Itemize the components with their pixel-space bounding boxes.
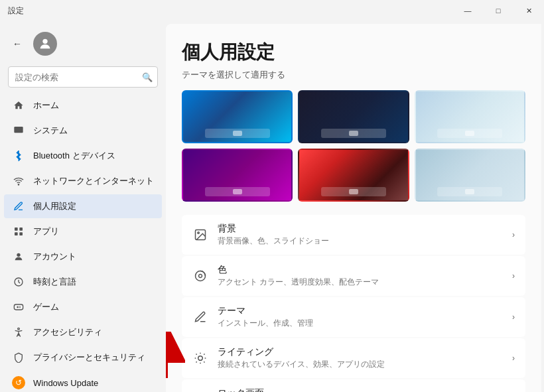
minimize-button[interactable]: — — [452, 0, 483, 21]
lighting-desc: 接続されているデバイス、効果、アプリの設定 — [218, 359, 503, 370]
svg-point-14 — [199, 275, 202, 278]
content-area: 個人用設定 テーマを選択して適用する — [166, 24, 541, 392]
close-button[interactable]: ✕ — [513, 0, 544, 21]
theme-tile-3[interactable] — [415, 90, 525, 143]
lighting-chevron: › — [512, 354, 515, 363]
svg-rect-6 — [19, 232, 23, 235]
theme-text: テーマ インストール、作成、管理 — [218, 305, 503, 329]
sidebar-item-personalization-label: 個人用設定 — [33, 200, 76, 212]
lockscreen-title: ロック画面 — [218, 387, 503, 392]
svg-point-7 — [17, 253, 20, 257]
sidebar-item-personalization[interactable]: 個人用設定 — [4, 194, 162, 218]
back-button[interactable]: ← — [8, 34, 27, 53]
avatar — [33, 32, 57, 56]
theme-tile-5[interactable] — [298, 149, 409, 202]
color-text: 色 アクセント カラー、透明度効果、配色テーマ — [218, 264, 503, 288]
titlebar-title: 設定 — [8, 5, 24, 17]
svg-point-12 — [198, 232, 200, 234]
annotation-arrow — [166, 332, 185, 385]
theme-grid — [182, 90, 525, 202]
sidebar-item-bluetooth[interactable]: Bluetooth とデバイス — [4, 144, 162, 168]
svg-point-0 — [42, 39, 47, 44]
bluetooth-icon — [12, 149, 25, 163]
page-title: 個人用設定 — [182, 40, 525, 65]
settings-row-color[interactable]: 色 アクセント カラー、透明度効果、配色テーマ › — [182, 256, 525, 296]
background-icon — [192, 227, 208, 243]
sidebar-item-time-label: 時刻と言語 — [33, 276, 76, 288]
sidebar-item-gaming[interactable]: ゲーム — [4, 295, 162, 319]
lockscreen-text: ロック画面 ロック画面の画像、アプリ、アニメーション — [218, 387, 503, 392]
home-icon — [12, 99, 25, 112]
svg-rect-3 — [15, 228, 18, 231]
sidebar-header: ← — [0, 27, 166, 66]
theme-tile-1[interactable] — [182, 90, 293, 143]
svg-point-10 — [18, 328, 20, 330]
sidebar-item-accounts[interactable]: アカウント — [4, 245, 162, 269]
sidebar-item-network-label: ネットワークとインターネット — [33, 175, 154, 187]
theme-tile-4[interactable] — [182, 149, 293, 202]
sidebar-item-home[interactable]: ホーム — [4, 94, 162, 117]
search-input[interactable] — [8, 66, 158, 88]
sidebar-item-privacy[interactable]: プライバシーとセキュリティ — [4, 346, 162, 369]
sidebar-item-apps-label: アプリ — [33, 226, 59, 237]
titlebar-controls: — □ ✕ — [452, 0, 544, 21]
windows-update-icon: ↺ — [12, 376, 25, 389]
color-icon — [192, 268, 208, 284]
background-chevron: › — [512, 230, 515, 239]
theme-row-icon — [192, 309, 208, 325]
sidebar-item-apps[interactable]: アプリ — [4, 220, 162, 243]
sidebar-item-privacy-label: プライバシーとセキュリティ — [33, 352, 145, 363]
titlebar: 設定 — □ ✕ — [0, 0, 544, 21]
time-icon — [12, 275, 25, 289]
sidebar-item-network[interactable]: ネットワークとインターネット — [4, 169, 162, 193]
main-container: ← 🔍 ホーム システム — [0, 21, 544, 392]
personalization-icon — [12, 200, 25, 213]
lighting-title: ライティング — [218, 346, 503, 358]
background-text: 背景 背景画像、色、スライドショー — [218, 223, 503, 247]
color-title: 色 — [218, 264, 503, 276]
settings-row-theme[interactable]: テーマ インストール、作成、管理 › — [182, 297, 525, 337]
sidebar-item-system[interactable]: システム — [4, 119, 162, 143]
settings-row-background[interactable]: 背景 背景画像、色、スライドショー › — [182, 215, 525, 255]
sidebar-item-accessibility[interactable]: アクセシビリティ — [4, 320, 162, 344]
theme-tile-2[interactable] — [298, 90, 409, 143]
accessibility-icon — [12, 326, 25, 339]
settings-row-lighting[interactable]: ライティング 接続されているデバイス、効果、アプリの設定 › — [182, 338, 525, 378]
background-title: 背景 — [218, 223, 503, 235]
lighting-icon — [192, 350, 208, 366]
settings-row-lockscreen[interactable]: ロック画面 ロック画面の画像、アプリ、アニメーション › — [182, 379, 525, 392]
theme-tile-6[interactable] — [415, 149, 525, 202]
theme-chevron: › — [512, 312, 515, 322]
accounts-icon — [12, 250, 25, 263]
sidebar-item-home-label: ホーム — [33, 99, 59, 111]
svg-rect-5 — [15, 232, 18, 235]
svg-point-17 — [198, 356, 203, 361]
maximize-button[interactable]: □ — [483, 0, 513, 21]
system-icon — [12, 124, 25, 137]
settings-list: 背景 背景画像、色、スライドショー › 色 アクセント カラー、透明度効果、配色… — [182, 215, 525, 392]
sidebar-item-windows-update[interactable]: ↺ Windows Update — [4, 371, 162, 392]
sidebar-item-gaming-label: ゲーム — [33, 301, 59, 313]
svg-rect-1 — [14, 127, 23, 133]
color-desc: アクセント カラー、透明度効果、配色テーマ — [218, 277, 503, 288]
svg-point-2 — [18, 184, 19, 185]
theme-desc: インストール、作成、管理 — [218, 318, 503, 329]
color-chevron: › — [512, 271, 515, 281]
apps-icon — [12, 225, 25, 238]
lighting-text: ライティング 接続されているデバイス、効果、アプリの設定 — [218, 346, 503, 370]
background-desc: 背景画像、色、スライドショー — [218, 235, 503, 247]
sidebar-item-time[interactable]: 時刻と言語 — [4, 270, 162, 294]
sidebar-item-accounts-label: アカウント — [33, 251, 76, 263]
sidebar-item-system-label: システム — [33, 125, 68, 137]
privacy-icon — [12, 351, 25, 364]
theme-title: テーマ — [218, 305, 503, 317]
gaming-icon — [12, 300, 25, 314]
sidebar-item-bluetooth-label: Bluetooth とデバイス — [33, 150, 115, 162]
network-icon — [12, 174, 25, 188]
svg-rect-4 — [19, 228, 23, 231]
sidebar-item-windows-update-label: Windows Update — [33, 378, 98, 388]
theme-subtitle: テーマを選択して適用する — [182, 69, 525, 81]
sidebar-item-accessibility-label: アクセシビリティ — [33, 326, 102, 338]
sidebar: ← 🔍 ホーム システム — [0, 21, 166, 392]
search-box: 🔍 — [8, 66, 158, 88]
